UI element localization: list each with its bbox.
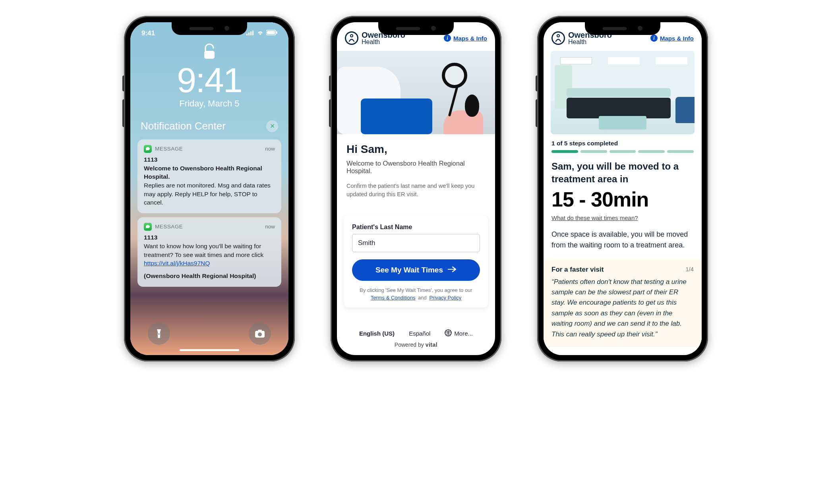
- step-segment: [609, 150, 636, 153]
- helper-text: Confirm the patient's last name and we'l…: [346, 182, 486, 199]
- tip-panel: For a faster visit 1/4 “Patients often d…: [544, 259, 702, 347]
- lang-more[interactable]: More...: [445, 329, 473, 338]
- notification-time: now: [265, 145, 275, 153]
- lock-time: 9:41: [130, 63, 288, 98]
- svg-rect-8: [159, 333, 159, 335]
- maps-info-link[interactable]: i Maps & Info: [444, 35, 487, 42]
- battery-icon: [266, 29, 277, 37]
- svg-rect-0: [246, 34, 248, 35]
- svg-rect-10: [258, 330, 262, 332]
- unlock-icon: [203, 43, 216, 61]
- sms-link[interactable]: https://vit.al/j/kHas97NQ: [144, 260, 210, 266]
- tip-pager: 1/4: [685, 266, 694, 274]
- tip-body: “Patients often don't know that testing …: [551, 277, 694, 340]
- hero-image: [337, 51, 495, 134]
- lang-spanish[interactable]: Español: [409, 330, 430, 337]
- treatment-description: Once space is available, you will be mov…: [544, 226, 702, 256]
- lang-english[interactable]: English (US): [359, 330, 395, 337]
- lastname-input[interactable]: [352, 234, 480, 252]
- svg-rect-7: [204, 51, 215, 59]
- notification-card[interactable]: MESSAGE now 1113 Want to know how long y…: [137, 217, 281, 286]
- globe-icon: [445, 329, 452, 338]
- notification-app-label: MESSAGE: [155, 145, 183, 153]
- messages-app-icon: [144, 145, 152, 153]
- lastname-label: Patient's Last Name: [352, 224, 480, 231]
- messages-app-icon: [144, 223, 152, 231]
- brand-name-line2: Health: [568, 39, 612, 45]
- greeting: Hi Sam,: [346, 143, 486, 156]
- maps-info-link[interactable]: i Maps & Info: [650, 35, 694, 42]
- notification-body: Replies are not monitored. Msg and data …: [144, 181, 275, 207]
- notification-center-title: Notification Center: [141, 120, 226, 132]
- legal-text: By clicking 'See My Wait Times', you agr…: [352, 281, 480, 305]
- welcome-text: Welcome to Owensboro Health Regional Hos…: [346, 160, 486, 175]
- phone-lockscreen: 9:41 9:41 Friday, March 5 Notificati: [124, 16, 295, 361]
- notification-app-label: MESSAGE: [155, 223, 183, 231]
- hero-image: [551, 51, 695, 134]
- logo-mark-icon: [345, 31, 358, 45]
- svg-point-11: [258, 332, 262, 336]
- notification-source: (Owensboro Health Regional Hospital): [144, 272, 275, 280]
- notification-body: Want to know how long you'll be waiting …: [144, 242, 275, 268]
- svg-rect-6: [276, 31, 277, 34]
- treatment-time: 15 - 30min: [544, 187, 702, 213]
- info-icon: i: [650, 35, 658, 42]
- step-segment: [551, 150, 578, 153]
- notification-sender: 1113: [144, 155, 275, 164]
- lock-date: Friday, March 5: [130, 98, 288, 109]
- tip-title: For a faster visit: [551, 266, 604, 274]
- phone-notch: [378, 22, 454, 35]
- phone-wait-times: Owensboro Health i Maps & Info 1 of 5 st…: [537, 16, 708, 361]
- status-icons: [246, 29, 277, 37]
- svg-rect-1: [248, 33, 250, 35]
- close-icon[interactable]: ✕: [266, 120, 278, 132]
- treatment-title: Sam, you will be moved to a treatment ar…: [544, 156, 702, 187]
- notification-line: Welcome to Owensboro Health Regional Hos…: [144, 164, 275, 181]
- home-indicator[interactable]: [180, 349, 239, 351]
- lastname-card: Patient's Last Name See My Wait Times By…: [344, 216, 488, 307]
- camera-button[interactable]: [249, 322, 271, 345]
- svg-rect-3: [252, 31, 253, 35]
- step-segment: [580, 150, 607, 153]
- wait-times-help-link[interactable]: What do these wait times mean?: [544, 213, 702, 226]
- steps-label: 1 of 5 steps completed: [544, 134, 702, 150]
- phone-welcome: Owensboro Health i Maps & Info: [331, 16, 501, 361]
- progress-steps: [544, 150, 702, 156]
- powered-by: Powered by vital: [337, 342, 495, 355]
- arrow-right-icon: [448, 266, 457, 274]
- logo-mark-icon: [551, 31, 565, 45]
- flashlight-button[interactable]: [148, 322, 170, 345]
- privacy-link[interactable]: Privacy Policy: [429, 295, 461, 301]
- svg-point-14: [557, 35, 559, 37]
- terms-link[interactable]: Terms & Conditions: [371, 295, 416, 301]
- signal-icon: [246, 29, 254, 37]
- info-icon: i: [444, 35, 451, 42]
- status-time: 9:41: [141, 29, 155, 37]
- see-wait-times-button[interactable]: See My Wait Times: [352, 259, 480, 281]
- notification-sender: 1113: [144, 233, 275, 242]
- notification-card[interactable]: MESSAGE now 1113 Welcome to Owensboro He…: [137, 139, 281, 213]
- phone-notch: [585, 22, 660, 35]
- brand-name-line2: Health: [362, 39, 405, 45]
- phone-notch: [172, 22, 247, 35]
- notification-time: now: [265, 223, 275, 231]
- step-segment: [638, 150, 665, 153]
- step-segment: [667, 150, 694, 153]
- language-row: English (US) Español More...: [337, 318, 495, 342]
- svg-point-12: [350, 35, 353, 37]
- svg-rect-5: [267, 31, 275, 34]
- svg-rect-2: [250, 31, 252, 35]
- wifi-icon: [257, 29, 264, 37]
